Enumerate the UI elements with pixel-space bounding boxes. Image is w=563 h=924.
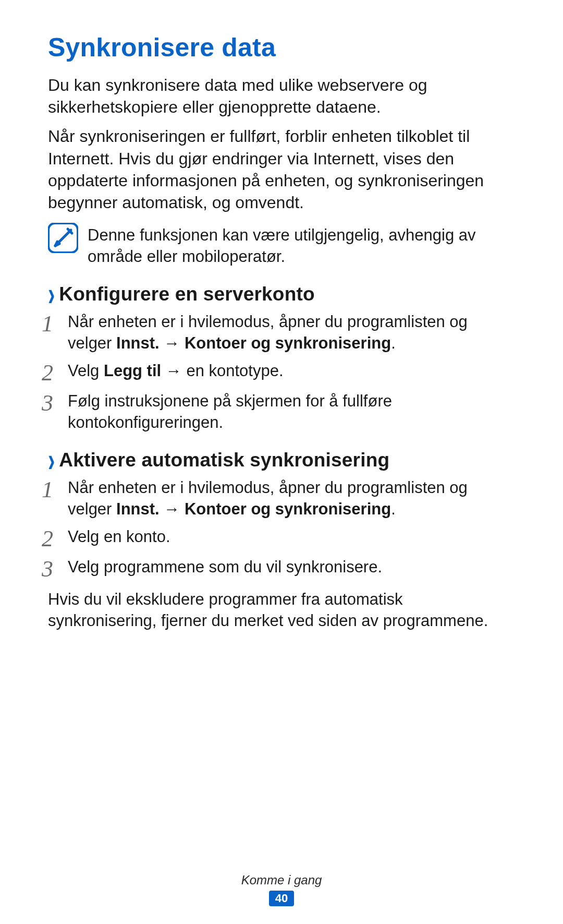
note-text: Denne funksjonen kan være utilgjengelig,…	[88, 223, 515, 268]
step-text-arrow: →	[160, 334, 185, 352]
step-number: 2	[42, 526, 65, 550]
step-number: 1	[42, 477, 65, 501]
step-number: 2	[42, 361, 65, 385]
step-number: 3	[42, 391, 65, 415]
step-text-bold2: Kontoer og synkronisering	[185, 500, 391, 518]
step-text: Velg programmene som du vil synkronisere…	[68, 557, 382, 578]
step-number: 1	[42, 311, 65, 335]
step-item: 2 Velg en konto.	[48, 526, 515, 550]
step-text-post: .	[391, 500, 396, 518]
step-item: 3 Følg instruksjonene på skjermen for å …	[48, 391, 515, 434]
step-text: Velg Legg til → en kontotype.	[68, 361, 284, 382]
note-icon	[48, 223, 78, 253]
chevron-icon: ›	[48, 442, 55, 476]
note-block: Denne funksjonen kan være utilgjengelig,…	[48, 223, 515, 268]
trailing-paragraph: Hvis du vil ekskludere programmer fra au…	[48, 589, 515, 632]
intro-paragraph-2: Når synkroniseringen er fullført, forbli…	[48, 125, 515, 213]
step-text: Velg en konto.	[68, 526, 170, 548]
chevron-icon: ›	[48, 277, 55, 310]
page-footer: Komme i gang 40	[0, 873, 563, 906]
subheading-configure-server: › Konfigurere en serverkonto	[48, 283, 515, 305]
step-text-bold: Legg til	[104, 362, 161, 380]
step-text-bold: Innst.	[116, 334, 160, 352]
step-item: 3 Velg programmene som du vil synkronise…	[48, 557, 515, 581]
step-item: 1 Når enheten er i hvilemodus, åpner du …	[48, 477, 515, 520]
subheading-title: Aktivere automatisk synkronisering	[59, 449, 389, 471]
step-text: Når enheten er i hvilemodus, åpner du pr…	[68, 477, 515, 520]
step-text-pre: Velg en konto.	[68, 527, 170, 546]
step-number: 3	[42, 557, 65, 581]
step-text-bold2: Kontoer og synkronisering	[185, 334, 391, 352]
step-text-bold: Innst.	[116, 500, 160, 518]
step-text-pre: Følg instruksjonene på skjermen for å fu…	[68, 392, 392, 431]
page-number-badge: 40	[269, 891, 294, 906]
subheading-title: Konfigurere en serverkonto	[59, 283, 314, 305]
intro-paragraph-1: Du kan synkronisere data med ulike webse…	[48, 74, 515, 118]
footer-caption: Komme i gang	[0, 873, 563, 887]
step-item: 2 Velg Legg til → en kontotype.	[48, 361, 515, 385]
step-text: Følg instruksjonene på skjermen for å fu…	[68, 391, 515, 434]
step-text-pre: Velg	[68, 362, 104, 380]
step-item: 1 Når enheten er i hvilemodus, åpner du …	[48, 311, 515, 354]
step-text-arrow: →	[161, 362, 186, 380]
step-text-post: en kontotype.	[186, 362, 283, 380]
step-text-post: .	[391, 334, 396, 352]
step-text: Når enheten er i hvilemodus, åpner du pr…	[68, 311, 515, 354]
step-text-pre: Velg programmene som du vil synkronisere…	[68, 558, 382, 576]
subheading-auto-sync: › Aktivere automatisk synkronisering	[48, 449, 515, 471]
step-text-arrow: →	[160, 500, 185, 518]
manual-page: Synkronisere data Du kan synkronisere da…	[0, 0, 563, 924]
page-title: Synkronisere data	[48, 32, 515, 63]
